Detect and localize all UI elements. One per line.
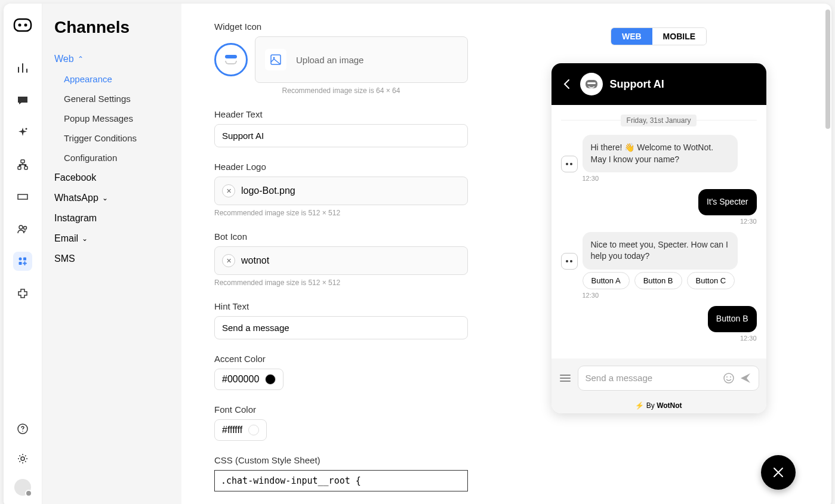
svg-rect-0 [14,19,31,31]
bot-avatar-icon [561,253,578,270]
svg-point-7 [19,225,23,229]
timestamp-1: 12:30 [583,175,757,182]
chat-icon[interactable] [13,91,32,110]
svg-point-9 [19,258,22,261]
submenu-popup-messages[interactable]: Popup Messages [64,109,170,128]
css-label: CSS (Custom Style Sheet) [214,455,468,465]
menu-instagram[interactable]: Instagram [54,208,170,228]
send-icon[interactable] [740,372,751,384]
submenu-trigger-conditions[interactable]: Trigger Conditions [64,128,170,148]
org-icon[interactable] [13,155,32,174]
settings-icon[interactable] [13,449,32,468]
svg-rect-6 [24,166,27,169]
option-button-b[interactable]: Button B [634,272,682,289]
svg-point-14 [21,457,24,460]
chat-input-bar: Send a message [551,358,766,398]
ticket-icon[interactable] [13,187,32,206]
chat-header: Support AI [551,63,766,105]
svg-rect-4 [21,160,24,163]
chat-body: Friday, 31st January Hi there! 👋 Welcome… [551,105,766,358]
timestamp-4: 12:30 [561,335,757,342]
svg-rect-11 [19,262,22,265]
header-text-input[interactable] [214,124,468,147]
header-text-label: Header Text [214,109,468,119]
remove-header-logo[interactable]: ✕ [222,184,235,197]
submenu-general-settings[interactable]: General Settings [64,89,170,109]
header-avatar [580,73,603,95]
image-icon [265,49,286,70]
scrollbar[interactable] [825,10,830,502]
sidebar: Channels Web ⌃ Appearance General Settin… [42,4,181,504]
user-message-2: Button B [708,306,757,332]
svg-rect-5 [18,166,21,169]
people-icon[interactable] [13,219,32,239]
remove-bot-icon[interactable]: ✕ [222,254,235,267]
chevron-down-icon: ⌄ [82,234,88,243]
bot-message-1: Hi there! 👋 Welcome to WotNot. May I kno… [583,135,738,172]
menu-email[interactable]: Email ⌄ [54,228,170,249]
widget-icon-preview [214,43,248,76]
chevron-up-icon: ⌃ [78,55,84,63]
widget-icon-label: Widget Icon [214,21,468,32]
upload-widget-icon[interactable]: Upload an image [255,36,468,83]
preview-tabs: WEB MOBILE [611,27,707,45]
menu-sms[interactable]: SMS [54,249,170,269]
bot-avatar-icon [561,156,578,172]
bot-icon-hint: Recommended image size is 512 × 512 [214,279,468,287]
svg-point-8 [24,227,27,230]
user-avatar[interactable] [14,479,31,496]
menu-facebook[interactable]: Facebook [54,168,170,188]
accent-color-input[interactable]: #000000 [214,369,284,390]
close-fab[interactable] [761,455,796,490]
hint-text-input[interactable] [214,316,468,339]
menu-icon[interactable] [559,372,572,385]
date-divider: Friday, 31st January [561,115,757,125]
lightning-icon: ⚡ [635,401,644,410]
css-input[interactable] [214,470,468,491]
header-logo-label: Header Logo [214,162,468,172]
bot-icon-label: Bot Icon [214,231,468,242]
font-color-swatch [248,425,259,435]
chat-widget: Support AI Friday, 31st January Hi there… [551,63,766,413]
timestamp-2: 12:30 [561,218,757,225]
tab-web[interactable]: WEB [611,28,652,45]
svg-rect-10 [23,258,26,261]
svg-point-13 [22,431,23,432]
bot-icon-file: ✕ wotnot [214,246,468,275]
icon-rail [4,4,42,504]
svg-point-2 [24,24,27,27]
back-icon[interactable] [561,78,573,90]
emoji-icon[interactable] [723,372,735,384]
submenu-appearance[interactable]: Appearance [64,69,170,89]
bot-message-2: Nice to meet you, Specter. How can I hel… [583,232,738,270]
sidebar-title: Channels [42,18,181,49]
analytics-icon[interactable] [13,58,32,78]
svg-rect-18 [587,82,596,84]
menu-whatsapp[interactable]: WhatsApp ⌄ [54,188,170,208]
preview-panel: WEB MOBILE Support AI Friday, 31st Janua… [498,4,831,504]
plugin-icon[interactable] [13,284,32,303]
font-color-input[interactable]: #ffffff [214,419,267,441]
svg-point-20 [726,376,728,378]
chat-header-title: Support AI [610,78,664,91]
help-icon[interactable] [13,419,32,438]
user-message-1: It's Specter [698,189,757,215]
option-button-c[interactable]: Button C [687,272,735,289]
svg-point-21 [730,376,731,378]
sparkle-icon[interactable] [13,123,32,142]
accent-color-label: Accent Color [214,354,468,364]
menu-web[interactable]: Web ⌃ [54,49,170,69]
powered-by: ⚡ By WotNot [551,398,766,413]
submenu-configuration[interactable]: Configuration [64,148,170,168]
hint-text-label: Hint Text [214,301,468,311]
tab-mobile[interactable]: MOBILE [652,28,706,45]
option-button-a[interactable]: Button A [583,272,630,289]
apps-icon[interactable] [13,252,32,271]
chevron-down-icon: ⌄ [102,194,108,202]
timestamp-3: 12:30 [583,292,757,299]
app-logo [13,16,32,35]
chat-input[interactable]: Send a message [578,366,759,391]
header-logo-file: ✕ logo-Bot.png [214,177,468,205]
svg-point-1 [19,24,21,27]
header-logo-hint: Recommended image size is 512 × 512 [214,209,468,217]
